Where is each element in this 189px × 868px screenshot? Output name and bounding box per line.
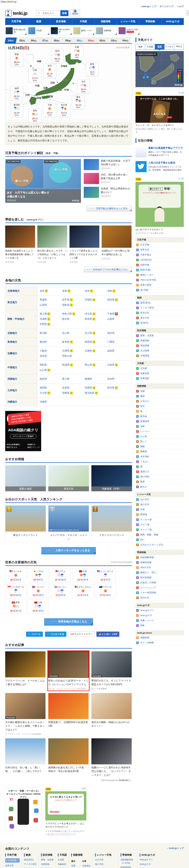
sidebar-item-サッカー場[interactable]: サッカー場 [135, 517, 184, 522]
article-card-8[interactable]: 南関東の紅葉を見に行こう♪千葉・神奈川・埼玉の紅葉名所4選 [48, 738, 89, 777]
scrollbar-up-arrow[interactable]: ▲ [186, 10, 189, 16]
pref-link-広島県[interactable]: 広島県 [107, 363, 115, 366]
world-city-シンガポール[interactable]: シンガポール29℃/25℃ [5, 584, 26, 598]
sidebar-item-特集[interactable]: 特集 [135, 623, 184, 628]
pref-link-道東[interactable]: 道東 [62, 289, 67, 292]
sidebar-item-キャンプ場[interactable]: キャンプ場 [135, 527, 184, 532]
city-forecast-鹿児島[interactable]: 鹿児島21/1990% [10, 103, 23, 117]
sitemap-link-花粉飛散情報[interactable]: 花粉飛散情報 [121, 858, 135, 861]
sidebar-item-警報・注意報[interactable]: 警報・注意報 [135, 333, 184, 338]
sitemap-link-アメダス実況[interactable]: アメダス実況 [24, 863, 37, 866]
pref-link-青森県[interactable]: 青森県 [40, 298, 47, 301]
sidebar-item-うるおい[interactable]: うるおい [135, 459, 184, 464]
nav-item-6[interactable]: レジャー天気 [117, 18, 139, 25]
pref-link-山形県[interactable]: 山形県 [40, 304, 47, 306]
follow-button[interactable]: 🐦 フォローする [45, 631, 66, 637]
outbrain-attribution[interactable]: Recommended by Outbrain | ▷ [5, 779, 132, 781]
pref-link-岐阜県[interactable]: 岐阜県 [62, 340, 69, 343]
pref-link-福井県[interactable]: 福井県 [107, 332, 115, 334]
pref-link-大分県[interactable]: 大分県 [40, 392, 47, 394]
sidebar-item-レジャー[interactable]: レジャー [135, 429, 184, 434]
date-tab-25[interactable]: 25(月) [16, 37, 28, 43]
sidebar-item-紫外線[interactable]: 紫外線 [135, 414, 184, 419]
pref-link-兵庫県[interactable]: 兵庫県 [62, 349, 69, 352]
world-city-ホノルル[interactable]: ホノルル28℃/23℃ [5, 568, 26, 583]
sitemap-top-link[interactable]: ⌂ tenki.jpトップ [167, 847, 184, 850]
world-city-台北[interactable]: 台北22℃/20℃ [72, 568, 93, 583]
sidebar-item-豪雨レーダー[interactable]: 豪雨レーダー [135, 273, 184, 278]
season-card-3[interactable]: ドライブで夜景を楽しもう!関西エリアのおすすめスポット4選11月22日 [69, 225, 99, 264]
sidebar-item-世界天気[interactable]: 世界天気 [135, 247, 184, 252]
sitemap-link-津波情報[interactable]: 津波情報 [41, 867, 54, 868]
sidebar-item-洗濯[interactable]: 洗濯 [135, 389, 184, 394]
sidebar-item-火山情報[interactable]: 火山情報 [135, 348, 184, 353]
quicklink-1[interactable]: 雨雲の動き(実況) [5, 26, 27, 35]
season-card-2[interactable]: 雨も雪に変わるころです。二十四節気は「小雪(しょうせつ)」となりました11月22… [37, 225, 67, 264]
guide-tab-衛星[interactable]: 衛星 [135, 44, 145, 50]
world-city-バンコク[interactable]: バンコク32℃/23℃ [28, 584, 49, 598]
pref-link-和歌山県[interactable]: 和歌山県 [62, 354, 72, 357]
city-forecast-名古屋[interactable]: 名古屋21/1440% [58, 103, 70, 117]
sidebar-item-お出かけ[interactable]: お出かけ [135, 399, 184, 404]
featured-info-1[interactable]: 最新の台風進路予報はアプリで豪雨レーダーで雨の状況も確認。日本気象協会公式アプリ [135, 145, 184, 159]
sidebar-item-気象ニュース[interactable]: 気象ニュース [135, 618, 184, 623]
sidebar-item-空港[interactable]: 空港 [135, 507, 184, 512]
article-card-7[interactable]: 日本が誇る「白い城」と「黒い城」。その違い、ご存じですか? [5, 738, 45, 777]
city-forecast-釧路[interactable]: 釧路11/470% [86, 62, 99, 76]
topbar-link-3[interactable]: ヘルプ [177, 5, 184, 8]
sidebar-item-お出かけスポット天気[interactable]: お出かけスポット天気 [135, 542, 184, 547]
pref-link-茨城県[interactable]: 茨城県 [40, 317, 47, 320]
sitemap-link-tenki.jpサプリ[interactable]: tenki.jpサプリ [140, 858, 155, 861]
sidebar-item-サイト内検索[interactable]: サイト内検索 [135, 640, 184, 645]
nav-item-1[interactable]: 天気予報 [5, 18, 28, 25]
sidebar-item-のど飴[interactable]: のど飴 [135, 434, 184, 439]
date-tab-27[interactable]: 27(水) [39, 37, 51, 43]
pref-link-福島県[interactable]: 福島県 [62, 304, 69, 306]
sitemap-link-実況天気[interactable]: 実況天気 [24, 867, 37, 868]
pref-link-道南[interactable]: 道南 [107, 289, 112, 292]
pref-link-徳島県[interactable]: 徳島県 [40, 377, 47, 380]
guide-tab-天気図[interactable]: 天気図 [145, 44, 155, 50]
docomo-green-ad[interactable]: 購入サポート 登場! スマホデビューの方は機種代金がおトクに [135, 182, 184, 227]
aga-ad-banner[interactable]: i ✕ ・触診及び問診にて診察・経過は写真撮影にて比較・副作用は問診検査にて確認… [5, 411, 41, 451]
pref-link-高知県[interactable]: 高知県 [107, 377, 115, 380]
world-city-上海[interactable]: 上海22℃/16℃ [28, 599, 49, 614]
current-location-button[interactable]: ◤ 現在地 [70, 9, 80, 17]
article-card-3[interactable]: Promoted警告灯が出ても、すぐにアドバイス 新型カローラが1,936,00… [91, 651, 132, 690]
nav-item-7[interactable]: 季節特集 [139, 18, 162, 25]
pref-link-長崎県[interactable]: 長崎県 [85, 386, 92, 389]
sidebar-item-釣り[interactable]: 釣り [135, 537, 184, 542]
sidebar-item-tenki.jpラボ[interactable]: tenki.jpラボ [135, 613, 184, 618]
sidebar-item-世界衛星[interactable]: 世界衛星 [135, 376, 184, 381]
recommend-card-3[interactable]: 気象衛星（世界） [91, 465, 132, 491]
pref-link-富山県[interactable]: 富山県 [62, 332, 69, 334]
city-forecast-大阪[interactable]: 大阪22/1370% [43, 103, 56, 117]
forecaster-article-1[interactable]: 那覇で気温28度超 11月下旬以降では珍しい23日16:51 [84, 159, 132, 170]
date-tab-26[interactable]: 26(火) [27, 37, 40, 43]
sidebar-item-スキー積雪情報[interactable]: スキー積雪情報 [135, 590, 184, 595]
guide-tab-アメダス[interactable]: アメダス [164, 44, 174, 50]
sidebar-item-台風情報[interactable]: 台風情報 [135, 353, 184, 358]
sitemap-link-天気図[interactable]: 天気図 [58, 858, 67, 861]
sitemap-link-天気予報[interactable]: 天気予報 [5, 858, 20, 863]
city-forecast-那覇[interactable]: 那覇28/2410% [10, 53, 23, 67]
date-tab-28[interactable]: 28(木) [51, 37, 63, 43]
article-card-9[interactable]: 地層のページに刻印された奇妙奇天烈な生物たち。「カンブリアン・モンスター」とは? [91, 738, 132, 777]
date-tab-04[interactable]: 04(水) [119, 37, 131, 43]
ad-info-icon[interactable]: i [179, 178, 180, 180]
nav-item-5[interactable]: 指数情報 [95, 18, 117, 25]
sidebar-item-津波情報[interactable]: 津波情報 [135, 343, 184, 348]
pref-link-千葉県[interactable]: 千葉県 [107, 312, 115, 315]
pref-link-滋賀県[interactable]: 滋賀県 [107, 349, 115, 352]
ad-close-icon[interactable]: ✕ [181, 178, 184, 180]
sidebar-item-睡眠[interactable]: 睡眠 [135, 444, 184, 449]
pref-link-山梨県[interactable]: 山梨県 [107, 317, 115, 320]
docomo-ad[interactable]: 広告 i ✕ スマホに変えても今より安い!? はじめてスマホ割がおトク! doc… [45, 787, 86, 836]
search-button[interactable]: 検索 [60, 10, 68, 16]
pref-link-道央[interactable]: 道央 [85, 289, 90, 292]
recommend-card-1[interactable]: 最新の地震 [5, 465, 46, 491]
city-forecast-金沢[interactable]: 金沢21/1020% [43, 64, 56, 78]
sidebar-item-GWの天気[interactable]: GWの天気 [135, 565, 184, 570]
pref-link-熊本県[interactable]: 熊本県 [107, 386, 115, 389]
forecaster-more-button[interactable]: 日直予報士の解説をもっと見る [87, 206, 132, 212]
